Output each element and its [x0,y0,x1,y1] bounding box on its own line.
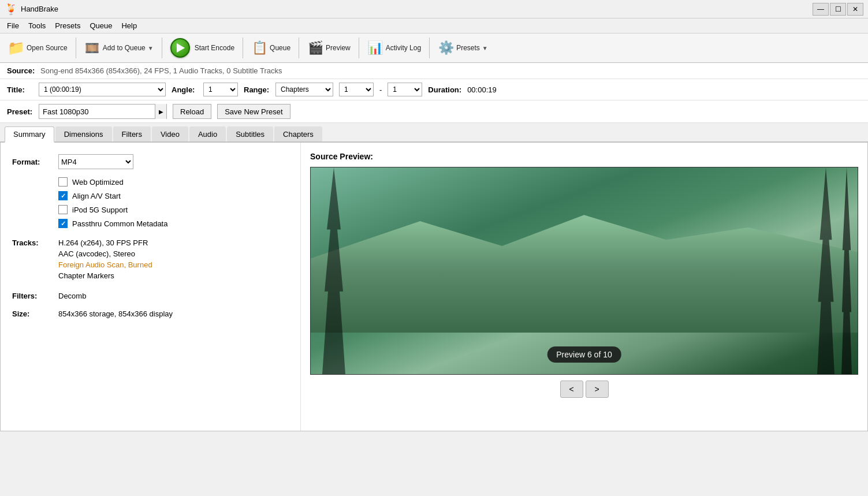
preview-icon: 🎬 [307,40,323,56]
checkbox-ipod[interactable]: iPod 5G Support [58,205,289,214]
menu-help[interactable]: Help [117,20,141,32]
start-encode-icon [170,38,190,58]
toolbar-separator-4 [299,38,299,58]
passthru-checkmark: ✓ [61,220,66,228]
queue-icon: 📋 [251,40,267,56]
open-source-button[interactable]: 📁 Open Source [3,38,72,58]
title-row: Title: 1 (00:00:19) Angle: 1 Range: Chap… [0,79,868,100]
tracks-list: H.264 (x264), 30 FPS PFR AAC (avcodec), … [58,238,152,282]
tab-video[interactable]: Video [152,126,188,141]
align-av-checkbox[interactable]: ✓ [58,191,68,200]
checkbox-web-optimized[interactable]: Web Optimized [58,177,289,187]
prev-preview-button[interactable]: < [560,381,583,398]
titlebar: 🍹 HandBrake — ☐ ✕ [0,0,868,18]
window-controls: — ☐ ✕ [813,3,863,16]
tab-summary[interactable]: Summary [5,126,54,143]
tab-audio[interactable]: Audio [189,126,226,141]
presets-dropdown-icon[interactable]: ▼ [482,45,488,51]
align-av-label: Align A/V Start [72,192,121,200]
ipod-checkbox[interactable] [58,205,68,214]
presets-icon: ⚙️ [438,40,454,56]
format-group: Format: MP4 MKV WebM [12,154,289,169]
range-dash: - [379,85,382,94]
passthru-label: Passthru Common Metadata [72,219,167,228]
range-label: Range: [244,85,270,94]
tab-filters[interactable]: Filters [113,126,151,141]
add-to-queue-button[interactable]: 🎞️ Add to Queue ▼ [80,38,158,58]
close-button[interactable]: ✕ [847,3,863,16]
menu-tools[interactable]: Tools [24,20,50,32]
source-info: Song-end 854x366 (854x366), 24 FPS, 1 Au… [40,66,282,75]
size-value: 854x366 storage, 854x366 display [58,309,173,318]
activity-log-label: Activity Log [386,44,421,52]
preview-image: Preview 6 of 10 [310,167,858,375]
source-label: Source: [7,66,35,75]
next-preview-button[interactable]: > [586,381,609,398]
presets-button[interactable]: ⚙️ Presets ▼ [433,38,493,58]
menu-file[interactable]: File [2,20,24,32]
queue-button[interactable]: 📋 Queue [247,38,295,58]
menu-queue[interactable]: Queue [85,20,117,32]
open-source-label: Open Source [27,44,68,52]
track-item-0: H.264 (x264), 30 FPS PFR [58,238,152,247]
preset-row: Preset: ▶ Reload Save New Preset [0,100,868,123]
chapter-end-select[interactable]: 1 [388,83,422,96]
tab-chapters[interactable]: Chapters [274,126,322,141]
tabs-bar: Summary Dimensions Filters Video Audio S… [0,123,868,143]
angle-label: Angle: [172,85,198,94]
right-panel: Source Preview: Preview 6 of 10 < > [301,143,867,431]
add-to-queue-icon: 🎞️ [84,40,100,56]
tab-dimensions[interactable]: Dimensions [55,126,112,141]
minimize-button[interactable]: — [813,3,829,16]
size-label: Size: [12,309,53,318]
checkboxes: Web Optimized ✓ Align A/V Start iPod 5G … [58,177,289,228]
preview-label: Preview [326,44,351,52]
title-label: Title: [7,85,33,94]
play-triangle [177,43,185,53]
track-item-1: AAC (avcodec), Stereo [58,249,152,258]
tracks-label: Tracks: [12,238,53,282]
align-av-checkmark: ✓ [61,192,66,200]
track-item-3: Chapter Markers [58,271,152,280]
duration-label: Duration: [428,85,461,94]
start-encode-label: Start Encode [195,44,234,52]
main-content: Format: MP4 MKV WebM Web Optimized ✓ Ali… [0,143,868,431]
open-source-icon: 📁 [8,40,24,56]
checkbox-align-av[interactable]: ✓ Align A/V Start [58,191,289,200]
app-logo: 🍹 [5,3,17,16]
source-bar: Source: Song-end 854x366 (854x366), 24 F… [0,63,868,79]
add-to-queue-dropdown-icon[interactable]: ▼ [148,45,154,51]
menu-presets[interactable]: Presets [50,20,85,32]
add-to-queue-label: Add to Queue [103,44,146,52]
filters-label: Filters: [12,292,53,300]
size-section: Size: 854x366 storage, 854x366 display [12,309,289,318]
chapter-start-select[interactable]: 1 [339,83,374,96]
titlebar-left: 🍹 HandBrake [5,3,58,16]
angle-select[interactable]: 1 [203,83,238,96]
toolbar-separator-2 [162,38,162,58]
range-select[interactable]: Chapters [275,83,333,96]
preview-container: Preview 6 of 10 < > [310,167,858,398]
tab-subtitles[interactable]: Subtitles [227,126,273,141]
app-title: HandBrake [21,5,58,13]
reload-button[interactable]: Reload [173,104,211,119]
format-select[interactable]: MP4 MKV WebM [58,154,133,169]
mountain-background [311,209,858,333]
start-encode-button[interactable]: Start Encode [166,36,239,60]
activity-log-button[interactable]: 📊 Activity Log [363,38,426,58]
preset-label: Preset: [7,107,33,116]
preview-button[interactable]: 🎬 Preview [303,38,355,58]
preset-select-wrap[interactable]: ▶ [39,104,167,119]
toolbar-separator-1 [76,38,76,58]
title-select[interactable]: 1 (00:00:19) [39,83,166,96]
preview-badge: Preview 6 of 10 [547,346,621,363]
web-optimized-label: Web Optimized [72,178,124,187]
save-new-preset-button[interactable]: Save New Preset [217,104,290,119]
passthru-checkbox[interactable]: ✓ [58,219,68,228]
preset-input[interactable] [39,107,155,116]
tracks-section: Tracks: H.264 (x264), 30 FPS PFR AAC (av… [12,238,289,282]
maximize-button[interactable]: ☐ [830,3,846,16]
web-optimized-checkbox[interactable] [58,177,68,187]
preset-dropdown-button[interactable]: ▶ [155,104,166,119]
checkbox-passthru[interactable]: ✓ Passthru Common Metadata [58,219,289,228]
